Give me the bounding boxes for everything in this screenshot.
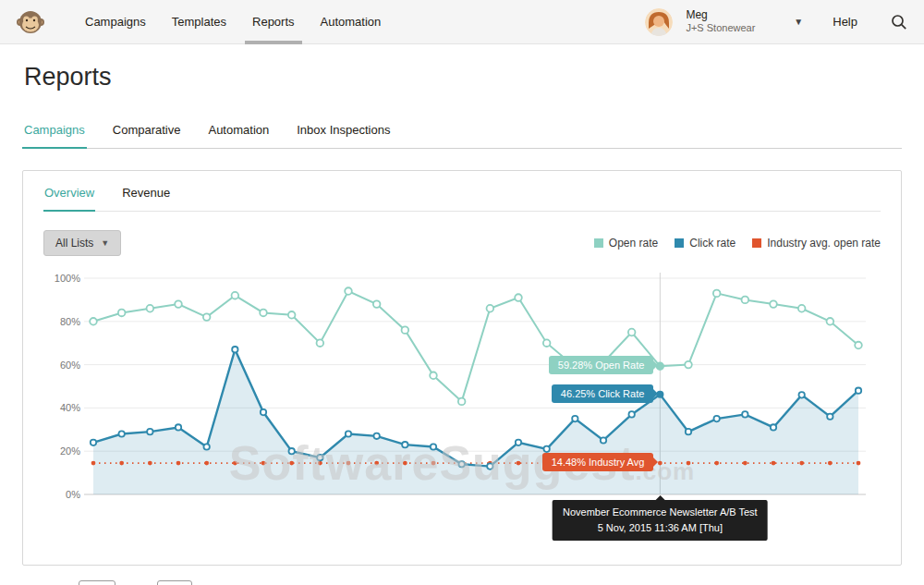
legend-click-rate: Click rate <box>675 237 736 250</box>
top-nav: Campaigns Templates Reports Automation M… <box>0 0 924 44</box>
open-rate-swatch <box>594 238 603 248</box>
page-title: Reports <box>24 63 902 91</box>
campaign-performance-chart[interactable]: 0%20%40%60%80%100% <box>43 267 879 515</box>
tab-comparative[interactable]: Comparative <box>111 123 183 148</box>
campaign-tooltip-title: November Ecommerce Newsletter A/B Test <box>563 505 758 520</box>
nav-campaigns[interactable]: Campaigns <box>72 0 159 44</box>
nav-automation[interactable]: Automation <box>308 0 395 44</box>
tab-campaigns[interactable]: Campaigns <box>22 123 87 149</box>
nav-reports[interactable]: Reports <box>239 0 308 44</box>
all-lists-label: All Lists <box>55 237 93 250</box>
chart-area[interactable]: 0%20%40%60%80%100% SoftwareSuggest.com 5… <box>43 267 881 544</box>
user-info[interactable]: Meg J+S Stonewear <box>686 8 755 35</box>
open-rate-tooltip: 59.28% Open Rate <box>549 356 654 374</box>
nav-templates[interactable]: Templates <box>159 0 239 44</box>
legend-industry-avg: Industry avg. open rate <box>752 237 881 250</box>
svg-text:40%: 40% <box>60 402 80 413</box>
campaign-tooltip: November Ecommerce Newsletter A/B Test 5… <box>553 500 768 541</box>
svg-text:60%: 60% <box>60 360 80 371</box>
primary-nav: Campaigns Templates Reports Automation <box>72 0 394 44</box>
legend-click-rate-label: Click rate <box>689 237 736 250</box>
legend-open-rate-label: Open rate <box>609 237 658 250</box>
click-rate-tooltip: 46.25% Click Rate <box>552 384 654 403</box>
user-avatar[interactable] <box>645 8 673 36</box>
industry-avg-tooltip: 14.48% Industry Avg <box>542 453 654 471</box>
report-tabs: Campaigns Comparative Automation Inbox I… <box>22 123 902 149</box>
search-icon[interactable] <box>891 14 907 30</box>
svg-text:20%: 20% <box>60 445 80 457</box>
legend-open-rate: Open rate <box>594 237 658 250</box>
chevron-down-icon[interactable]: ▼ <box>794 17 803 27</box>
subtab-revenue[interactable]: Revenue <box>121 186 171 211</box>
caret-down-icon: ▼ <box>101 238 109 248</box>
campaign-tooltip-date: 5 Nov, 2015 11:36 AM [Thu] <box>563 520 758 536</box>
legend-industry-avg-label: Industry avg. open rate <box>767 237 881 250</box>
chart-legend: Open rate Click rate Industry avg. open … <box>594 237 881 250</box>
user-org: J+S Stonewear <box>686 22 755 35</box>
campaign-report-card: Overview Revenue All Lists ▼ Open rate C… <box>22 170 902 566</box>
user-name: Meg <box>686 8 755 22</box>
click-rate-swatch <box>675 238 684 248</box>
subtab-overview[interactable]: Overview <box>43 186 95 212</box>
cut-off-button-1[interactable] <box>79 580 116 585</box>
tab-inbox-inspections[interactable]: Inbox Inspections <box>295 123 392 148</box>
svg-text:100%: 100% <box>55 273 80 284</box>
industry-avg-swatch <box>752 238 761 248</box>
cut-off-button-2[interactable] <box>157 580 192 585</box>
mailchimp-logo-icon[interactable] <box>17 8 44 36</box>
report-subtabs: Overview Revenue <box>43 171 881 212</box>
svg-text:0%: 0% <box>66 489 80 500</box>
tab-automation[interactable]: Automation <box>206 123 271 148</box>
all-lists-dropdown[interactable]: All Lists ▼ <box>43 230 121 256</box>
help-link[interactable]: Help <box>833 15 857 29</box>
svg-text:80%: 80% <box>60 316 80 327</box>
